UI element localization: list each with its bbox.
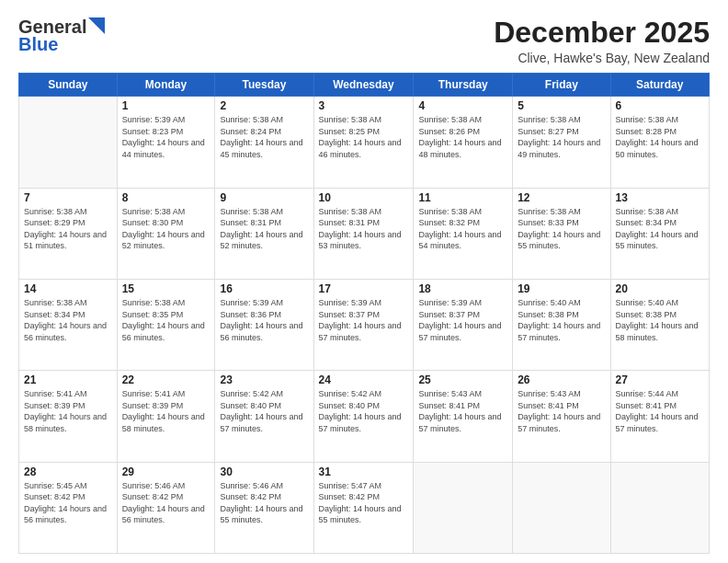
day-info: Sunrise: 5:43 AMSunset: 8:41 PMDaylight:… bbox=[518, 388, 605, 434]
day-number: 31 bbox=[319, 465, 409, 478]
day-cell: 17Sunrise: 5:39 AMSunset: 8:37 PMDayligh… bbox=[313, 279, 414, 370]
day-cell: 15Sunrise: 5:38 AMSunset: 8:35 PMDayligh… bbox=[117, 279, 215, 370]
week-row-4: 21Sunrise: 5:41 AMSunset: 8:39 PMDayligh… bbox=[19, 371, 710, 462]
day-number: 15 bbox=[122, 282, 210, 295]
day-number: 16 bbox=[220, 282, 308, 295]
day-number: 25 bbox=[418, 373, 507, 386]
day-info: Sunrise: 5:39 AMSunset: 8:36 PMDaylight:… bbox=[220, 297, 308, 343]
title-block: December 2025 Clive, Hawke's Bay, New Ze… bbox=[494, 17, 710, 65]
header: General Blue December 2025 Clive, Hawke'… bbox=[18, 17, 710, 65]
day-cell: 16Sunrise: 5:39 AMSunset: 8:36 PMDayligh… bbox=[215, 279, 313, 370]
day-cell: 21Sunrise: 5:41 AMSunset: 8:39 PMDayligh… bbox=[19, 371, 118, 462]
day-cell: 5Sunrise: 5:38 AMSunset: 8:27 PMDaylight… bbox=[513, 97, 610, 188]
header-row: SundayMondayTuesdayWednesdayThursdayFrid… bbox=[19, 74, 710, 97]
day-number: 11 bbox=[418, 191, 507, 204]
day-cell: 28Sunrise: 5:45 AMSunset: 8:42 PMDayligh… bbox=[19, 462, 118, 553]
day-number: 28 bbox=[24, 465, 112, 478]
day-number: 17 bbox=[319, 282, 409, 295]
day-cell: 26Sunrise: 5:43 AMSunset: 8:41 PMDayligh… bbox=[513, 371, 610, 462]
day-cell: 6Sunrise: 5:38 AMSunset: 8:28 PMDaylight… bbox=[610, 97, 709, 188]
day-cell bbox=[414, 462, 513, 553]
day-number: 23 bbox=[220, 373, 308, 386]
day-number: 2 bbox=[220, 99, 308, 112]
location: Clive, Hawke's Bay, New Zealand bbox=[494, 51, 710, 65]
month-title: December 2025 bbox=[494, 17, 710, 49]
day-number: 27 bbox=[616, 373, 704, 386]
logo-arrow-icon bbox=[88, 17, 105, 34]
day-number: 18 bbox=[418, 282, 507, 295]
day-number: 20 bbox=[616, 282, 704, 295]
day-info: Sunrise: 5:40 AMSunset: 8:38 PMDaylight:… bbox=[518, 297, 605, 343]
day-info: Sunrise: 5:41 AMSunset: 8:39 PMDaylight:… bbox=[24, 388, 112, 434]
day-header-saturday: Saturday bbox=[610, 74, 709, 97]
day-info: Sunrise: 5:46 AMSunset: 8:42 PMDaylight:… bbox=[122, 480, 210, 526]
week-row-5: 28Sunrise: 5:45 AMSunset: 8:42 PMDayligh… bbox=[19, 462, 710, 553]
day-cell: 9Sunrise: 5:38 AMSunset: 8:31 PMDaylight… bbox=[215, 188, 313, 279]
day-number: 8 bbox=[122, 191, 210, 204]
day-info: Sunrise: 5:38 AMSunset: 8:28 PMDaylight:… bbox=[616, 114, 704, 160]
day-info: Sunrise: 5:39 AMSunset: 8:37 PMDaylight:… bbox=[418, 297, 507, 343]
calendar-table: SundayMondayTuesdayWednesdayThursdayFrid… bbox=[18, 73, 710, 554]
day-cell: 3Sunrise: 5:38 AMSunset: 8:25 PMDaylight… bbox=[313, 97, 414, 188]
day-number: 12 bbox=[518, 191, 605, 204]
day-header-tuesday: Tuesday bbox=[215, 74, 313, 97]
day-header-thursday: Thursday bbox=[414, 74, 513, 97]
day-header-monday: Monday bbox=[117, 74, 215, 97]
day-info: Sunrise: 5:38 AMSunset: 8:30 PMDaylight:… bbox=[122, 206, 210, 252]
day-cell: 7Sunrise: 5:38 AMSunset: 8:29 PMDaylight… bbox=[19, 188, 118, 279]
day-cell: 30Sunrise: 5:46 AMSunset: 8:42 PMDayligh… bbox=[215, 462, 313, 553]
day-number: 30 bbox=[220, 465, 308, 478]
day-info: Sunrise: 5:40 AMSunset: 8:38 PMDaylight:… bbox=[616, 297, 704, 343]
day-info: Sunrise: 5:44 AMSunset: 8:41 PMDaylight:… bbox=[616, 388, 704, 434]
day-cell: 11Sunrise: 5:38 AMSunset: 8:32 PMDayligh… bbox=[414, 188, 513, 279]
day-info: Sunrise: 5:38 AMSunset: 8:25 PMDaylight:… bbox=[319, 114, 409, 160]
day-cell: 10Sunrise: 5:38 AMSunset: 8:31 PMDayligh… bbox=[313, 188, 414, 279]
day-number: 26 bbox=[518, 373, 605, 386]
day-number: 6 bbox=[616, 99, 704, 112]
day-cell: 22Sunrise: 5:41 AMSunset: 8:39 PMDayligh… bbox=[117, 371, 215, 462]
day-cell: 12Sunrise: 5:38 AMSunset: 8:33 PMDayligh… bbox=[513, 188, 610, 279]
week-row-1: 1Sunrise: 5:39 AMSunset: 8:23 PMDaylight… bbox=[19, 97, 710, 188]
day-info: Sunrise: 5:39 AMSunset: 8:23 PMDaylight:… bbox=[122, 114, 210, 160]
day-cell: 1Sunrise: 5:39 AMSunset: 8:23 PMDaylight… bbox=[117, 97, 215, 188]
day-number: 22 bbox=[122, 373, 210, 386]
day-number: 14 bbox=[24, 282, 112, 295]
day-info: Sunrise: 5:42 AMSunset: 8:40 PMDaylight:… bbox=[319, 388, 409, 434]
day-number: 5 bbox=[518, 99, 605, 112]
day-info: Sunrise: 5:41 AMSunset: 8:39 PMDaylight:… bbox=[122, 388, 210, 434]
day-info: Sunrise: 5:38 AMSunset: 8:26 PMDaylight:… bbox=[418, 114, 507, 160]
day-cell bbox=[19, 97, 118, 188]
day-header-sunday: Sunday bbox=[19, 74, 118, 97]
day-number: 29 bbox=[122, 465, 210, 478]
logo-blue: Blue bbox=[18, 34, 58, 55]
day-cell: 24Sunrise: 5:42 AMSunset: 8:40 PMDayligh… bbox=[313, 371, 414, 462]
day-info: Sunrise: 5:38 AMSunset: 8:31 PMDaylight:… bbox=[220, 206, 308, 252]
day-info: Sunrise: 5:42 AMSunset: 8:40 PMDaylight:… bbox=[220, 388, 308, 434]
day-cell: 25Sunrise: 5:43 AMSunset: 8:41 PMDayligh… bbox=[414, 371, 513, 462]
day-cell: 29Sunrise: 5:46 AMSunset: 8:42 PMDayligh… bbox=[117, 462, 215, 553]
day-info: Sunrise: 5:38 AMSunset: 8:31 PMDaylight:… bbox=[319, 206, 409, 252]
day-cell: 14Sunrise: 5:38 AMSunset: 8:34 PMDayligh… bbox=[19, 279, 118, 370]
day-number: 13 bbox=[616, 191, 704, 204]
day-info: Sunrise: 5:38 AMSunset: 8:34 PMDaylight:… bbox=[616, 206, 704, 252]
day-number: 10 bbox=[319, 191, 409, 204]
day-cell: 23Sunrise: 5:42 AMSunset: 8:40 PMDayligh… bbox=[215, 371, 313, 462]
day-info: Sunrise: 5:38 AMSunset: 8:32 PMDaylight:… bbox=[418, 206, 507, 252]
day-info: Sunrise: 5:47 AMSunset: 8:42 PMDaylight:… bbox=[319, 480, 409, 526]
day-number: 4 bbox=[418, 99, 507, 112]
day-number: 7 bbox=[24, 191, 112, 204]
day-info: Sunrise: 5:38 AMSunset: 8:24 PMDaylight:… bbox=[220, 114, 308, 160]
week-row-2: 7Sunrise: 5:38 AMSunset: 8:29 PMDaylight… bbox=[19, 188, 710, 279]
day-cell: 19Sunrise: 5:40 AMSunset: 8:38 PMDayligh… bbox=[513, 279, 610, 370]
day-info: Sunrise: 5:43 AMSunset: 8:41 PMDaylight:… bbox=[418, 388, 507, 434]
day-cell: 27Sunrise: 5:44 AMSunset: 8:41 PMDayligh… bbox=[610, 371, 709, 462]
day-info: Sunrise: 5:38 AMSunset: 8:34 PMDaylight:… bbox=[24, 297, 112, 343]
logo: General Blue bbox=[18, 17, 105, 55]
day-number: 3 bbox=[319, 99, 409, 112]
day-info: Sunrise: 5:39 AMSunset: 8:37 PMDaylight:… bbox=[319, 297, 409, 343]
day-cell: 31Sunrise: 5:47 AMSunset: 8:42 PMDayligh… bbox=[313, 462, 414, 553]
day-cell: 18Sunrise: 5:39 AMSunset: 8:37 PMDayligh… bbox=[414, 279, 513, 370]
day-number: 24 bbox=[319, 373, 409, 386]
day-cell: 2Sunrise: 5:38 AMSunset: 8:24 PMDaylight… bbox=[215, 97, 313, 188]
day-info: Sunrise: 5:45 AMSunset: 8:42 PMDaylight:… bbox=[24, 480, 112, 526]
